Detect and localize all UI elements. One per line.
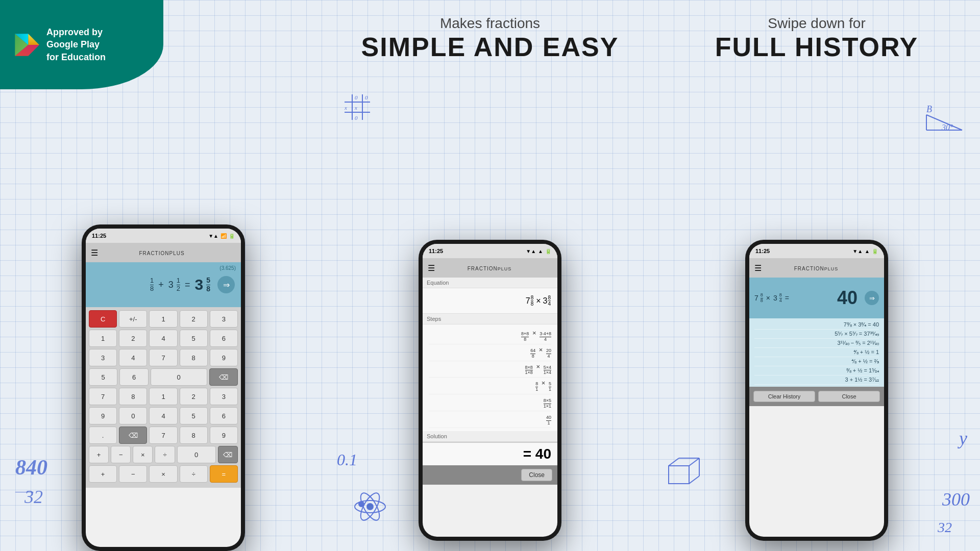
btn-7c[interactable]: 7 — [149, 427, 177, 444]
btn-6c[interactable]: 6 — [210, 407, 238, 424]
time-2: 11:25 — [429, 248, 443, 254]
steps-modal: Equation 7 88 × 3 84 Steps — [423, 278, 557, 465]
status-bar-3: 11:25 ▼▲▲🔋 — [749, 244, 884, 258]
btn-8a[interactable]: 8 — [180, 349, 208, 366]
btn-3b[interactable]: 3 — [89, 349, 117, 366]
btn-9c[interactable]: 9 — [210, 427, 238, 444]
phone-1-screen: 11:25 ▼▲📶🔋 ☰ FRACTIONPLUS — [86, 229, 241, 547]
plusminus-btn[interactable]: +/- — [119, 310, 147, 328]
middle-panel: Makes fractions SIMPLE AND EASY 0 0 x x … — [327, 0, 653, 551]
phone-3-screen: 11:25 ▼▲▲🔋 ☰ FRACTIONPLUS — [749, 244, 884, 537]
history-equals-btn[interactable]: ⇒ — [865, 291, 879, 305]
phone-1-wrapper: 11:25 ▼▲📶🔋 ☰ FRACTIONPLUS — [82, 224, 245, 551]
history-item-1: 5⁵⁄₇ × 5⁵⁄₇ = 37³⁶⁄₄₉ — [754, 330, 879, 339]
svg-text:0: 0 — [355, 94, 358, 101]
svg-line-25 — [689, 458, 699, 466]
btn-5b[interactable]: 5 — [89, 368, 117, 386]
svg-marker-2 — [28, 34, 39, 45]
btn-9b[interactable]: 9 — [89, 407, 117, 424]
svg-text:x: x — [344, 105, 347, 111]
history-item-2: 3¹¹⁄₂₀ − ⁸⁄₅ = 2¹¹⁄₂₀ — [754, 339, 879, 348]
divide-btn[interactable]: ÷ — [155, 446, 175, 463]
minus-btn[interactable]: − — [111, 446, 131, 463]
btn-6a[interactable]: 6 — [210, 330, 238, 347]
step-5: 8×51×1 — [429, 394, 551, 411]
steps-label: Steps — [423, 314, 557, 324]
btn-2c[interactable]: 2 — [180, 388, 208, 405]
plus-btn[interactable]: + — [89, 446, 109, 463]
svg-text:x: x — [354, 105, 357, 111]
history-display: 7 88 × 3 84 = 40 ⇒ — [749, 278, 884, 318]
calc-equation-1: 1 8 + 3 1 2 = 3 5 — [150, 276, 235, 293]
middle-headline: Makes fractions SIMPLE AND EASY — [361, 15, 619, 62]
doodle-300: 300 — [942, 489, 970, 510]
doodle-atom — [352, 489, 388, 531]
clear-btn[interactable]: C — [89, 310, 117, 328]
middle-sub: Makes fractions — [361, 15, 619, 32]
times-btn2[interactable]: × — [149, 465, 177, 483]
backspace-b[interactable]: ⌫ — [119, 427, 147, 444]
btn-4a[interactable]: 4 — [149, 330, 177, 347]
modal-footer: Close — [423, 465, 557, 485]
menu-icon-3[interactable]: ☰ — [754, 263, 762, 273]
phone-2-wrapper: 11:25 ▼▲▲🔋 ☰ FRACTIONPLUS — [419, 240, 561, 541]
time-3: 11:25 — [755, 248, 770, 254]
btn-1a[interactable]: 1 — [149, 310, 177, 328]
equals-btn[interactable]: ⇒ — [217, 276, 235, 293]
btn-1c[interactable]: 1 — [149, 388, 177, 405]
equation-display: 7 88 × 3 84 — [423, 288, 557, 314]
btn-3c[interactable]: 3 — [210, 388, 238, 405]
clear-history-btn[interactable]: Clear History — [753, 391, 815, 402]
svg-text:B: B — [926, 104, 932, 114]
doodle-01: 0.1 — [337, 450, 357, 469]
btn-7a[interactable]: 7 — [149, 349, 177, 366]
phone-2-screen: 11:25 ▼▲▲🔋 ☰ FRACTIONPLUS — [423, 244, 557, 537]
btn-5a[interactable]: 5 — [180, 330, 208, 347]
btn-6b[interactable]: 6 — [119, 368, 148, 386]
btn-2a[interactable]: 2 — [180, 310, 208, 328]
times-btn[interactable]: × — [133, 446, 153, 463]
doodle-840: 840 — [15, 455, 47, 480]
btn-8b[interactable]: 8 — [119, 388, 147, 405]
btn-0c[interactable]: 0 — [177, 446, 216, 463]
btn-1b[interactable]: 1 — [89, 330, 117, 347]
btn-4b[interactable]: 4 — [119, 349, 147, 366]
menu-icon-2[interactable]: ☰ — [428, 263, 435, 273]
solution-area: = 40 — [423, 442, 557, 465]
doodle-y: y — [959, 428, 967, 449]
btn-0b[interactable]: 0 — [119, 407, 147, 424]
right-headline: Swipe down for FULL HISTORY — [715, 15, 919, 62]
app-header-1: ☰ FRACTIONPLUS — [86, 243, 241, 262]
btn-7b[interactable]: 7 — [89, 388, 117, 405]
close-btn-2[interactable]: Close — [521, 469, 552, 481]
backspace-a[interactable]: ⌫ — [209, 368, 238, 386]
result-small: (3.625) — [219, 265, 236, 271]
btn-0a[interactable]: 0 — [151, 368, 207, 386]
time-1: 11:25 — [92, 233, 106, 239]
step-4: 81 × 51 — [429, 378, 551, 394]
backspace-c[interactable]: ⌫ — [218, 446, 238, 463]
doodle-b-30: B 30° — [924, 102, 965, 136]
calc-display-1: (3.625) 1 8 + 3 1 2 — [86, 262, 241, 307]
btn-5c[interactable]: 5 — [180, 407, 208, 424]
svg-line-24 — [669, 458, 679, 466]
phone-3: 11:25 ▼▲▲🔋 ☰ FRACTIONPLUS — [745, 240, 888, 541]
close-btn-3[interactable]: Close — [818, 391, 880, 402]
dot-btn[interactable]: . — [89, 427, 117, 444]
divide-btn2[interactable]: ÷ — [180, 465, 208, 483]
equals-btn2[interactable]: = — [210, 465, 238, 483]
btn-3a[interactable]: 3 — [210, 310, 238, 328]
history-item-4: ⁴⁄₈ + ½ = ²⁄₃ — [754, 357, 879, 366]
btn-4c[interactable]: 4 — [149, 407, 177, 424]
btn-9a[interactable]: 9 — [210, 349, 238, 366]
svg-point-13 — [367, 504, 373, 510]
plus-btn2[interactable]: + — [89, 465, 117, 483]
btn-2b[interactable]: 2 — [119, 330, 147, 347]
step-2: 648 × 204 — [429, 344, 551, 361]
btn-8c[interactable]: 8 — [180, 427, 208, 444]
minus-btn2[interactable]: − — [119, 465, 147, 483]
menu-icon-1[interactable]: ☰ — [91, 248, 98, 258]
svg-text:0: 0 — [355, 115, 358, 121]
badge-text: Approved by Google Play for Education — [46, 26, 106, 63]
step-6: 401 — [429, 411, 551, 428]
